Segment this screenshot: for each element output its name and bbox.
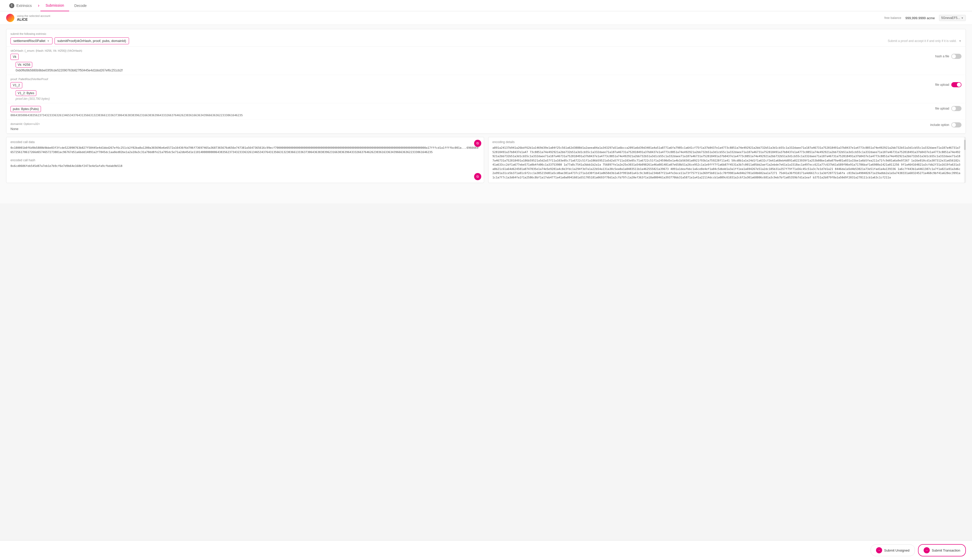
v1-2-bytes-label: V1_2: Bytes: [18, 92, 34, 95]
main-content: submit the following extrinsic settlemen…: [0, 25, 972, 203]
account-address-selector[interactable]: 5GrwvaEF5... ▼: [939, 15, 966, 21]
account-bar: using the selected account ALICE free ba…: [0, 11, 972, 25]
pubs-value: 0064385006438356237343233363261346534376…: [10, 113, 935, 117]
file-upload-toggle-container: file upload: [935, 82, 962, 87]
pallet-select[interactable]: settlementRisc0Pallet ▼: [10, 37, 52, 44]
proof-inner: V1_2: Bytes proof.bin (303,790 bytes): [16, 90, 50, 101]
hash-a-file-toggle[interactable]: [951, 54, 962, 59]
v1-2-bytes-select[interactable]: V1_2: Bytes: [16, 90, 37, 96]
pallet-label: settlementRisc0Pallet: [13, 39, 45, 43]
hash-a-file-label: hash a file: [935, 55, 949, 58]
method-select[interactable]: submitProof(vkOrHash, proof, pubs, domai…: [55, 37, 129, 44]
nav-decode-label: Decode: [74, 3, 87, 8]
file-upload-toggle[interactable]: [951, 82, 962, 87]
top-navigation: E Extrinsics › Submission Decode: [0, 0, 972, 11]
scrollbar-thumb[interactable]: [964, 140, 965, 150]
encoded-call-data-value: 0x180001b0f6d9b5880b9bbe03f3fcde52209076…: [10, 146, 480, 154]
free-balance-label: free balance: [884, 16, 901, 20]
param-vk-or-hash: vkOrHash: {_enum: {Hash: H256, Vk: H256}…: [7, 47, 965, 75]
method-hint: Submit a proof and accept it if and only…: [888, 39, 957, 43]
pubs-label-box: pubs: Bytes (Pubs): [10, 106, 41, 112]
extrinsic-header: submit the following extrinsic settlemen…: [7, 29, 965, 47]
include-option-container: include option: [930, 122, 962, 127]
pubs-file-upload-knob: [952, 107, 956, 110]
vk-h256-value: 0xb0f6d9b5880b9bbe03f3fcde522090763b827f…: [16, 68, 123, 72]
file-upload-knob: [957, 83, 961, 87]
pubs-label: pubs: Bytes (Pubs): [13, 107, 38, 111]
nav-extrinsics-label: Extrinsics: [17, 3, 32, 8]
account-left: using the selected account ALICE: [6, 14, 50, 22]
account-label: using the selected account: [17, 14, 50, 17]
encoding-details-title: encoding details: [492, 140, 962, 144]
account-name: ALICE: [17, 17, 50, 22]
chevron-down-icon: ▼: [961, 17, 964, 20]
nav-arrow: ›: [38, 3, 39, 8]
proof-select[interactable]: V1_2: [10, 82, 22, 88]
hash-a-file-toggle-container: hash a file: [935, 54, 962, 59]
proof-filename: proof.bin (303,790 bytes): [16, 97, 50, 101]
extrinsics-icon: E: [9, 3, 14, 8]
pubs-file-upload-label: file upload: [935, 107, 949, 110]
include-option-toggle[interactable]: [951, 122, 962, 127]
account-address-text: 5GrwvaEF5...: [941, 16, 960, 20]
pubs-file-upload-toggle[interactable]: [951, 106, 962, 111]
include-option-knob: [952, 123, 956, 127]
nav-submission-label: Submission: [45, 3, 64, 7]
vk-h256-label: Vk: H256: [18, 63, 30, 67]
domain-id-label: domainId: Option<u32>: [10, 122, 40, 125]
param-pubs: pubs: Bytes (Pubs) 006438500643835623734…: [7, 103, 965, 120]
extrinsic-selects: settlementRisc0Pallet ▼ submitProof(vkOr…: [10, 37, 962, 44]
hash-a-file-knob: [952, 54, 956, 58]
encoded-call-data-block: encoded call data 0x180001b0f6d9b5880b9b…: [6, 137, 484, 183]
vk-or-hash-label: vkOrHash: {_enum: {Hash: H256, Vk: H256}…: [10, 49, 962, 52]
nav-item-extrinsics[interactable]: E Extrinsics: [4, 0, 37, 11]
file-upload-label: file upload: [935, 83, 949, 87]
account-right: free balance 999,999.9999 acme 5GrwvaEF5…: [884, 15, 966, 21]
account-avatar: [6, 14, 14, 22]
copy-encoded-call-hash-button[interactable]: ⧉: [474, 173, 481, 180]
vk-or-hash-row: Vk Vk: H256 0xb0f6d9b5880b9bbe03f3fcde52…: [10, 54, 962, 72]
encoded-call-hash-value: 0x6cd0606feb545d87a7eb1e7b9cf6e7d9b64e16…: [10, 164, 480, 168]
encoded-call-hash-section: encoded call hash 0x6cd0606feb545d87a7eb…: [10, 158, 480, 168]
domain-id-row: domainId: Option<u32> None include optio…: [10, 122, 962, 131]
method-arrow-icon: ▼: [959, 39, 962, 42]
extrinsic-block: submit the following extrinsic settlemen…: [6, 29, 966, 134]
proof-label: proof: PalletRisc0VerifierProof: [10, 78, 962, 81]
method-label: submitProof(vkOrHash, proof, pubs, domai…: [57, 39, 126, 43]
free-balance-value: 999,999.9999 acme: [905, 16, 935, 20]
vk-or-hash-select[interactable]: Vk: [10, 54, 19, 60]
scrollbar-track: [964, 137, 965, 183]
vk-h256-select[interactable]: Vk: H256: [16, 62, 32, 68]
encoded-call-hash-title: encoded call hash: [10, 158, 480, 162]
pubs-row: pubs: Bytes (Pubs) 006438500643835623734…: [10, 106, 962, 117]
param-proof: proof: PalletRisc0VerifierProof V1_2 V1_…: [7, 75, 965, 103]
account-info: using the selected account ALICE: [17, 14, 50, 22]
vk-selected-label: Vk: [13, 55, 17, 58]
include-option-label: include option: [930, 123, 949, 127]
nav-item-decode[interactable]: Decode: [69, 0, 92, 11]
encoded-section: encoded call data 0x180001b0f6d9b5880b9b…: [6, 137, 966, 183]
vk-inner: Vk: H256 0xb0f6d9b5880b9bbe03f3fcde52209…: [16, 62, 123, 72]
pubs-file-upload-container: file upload: [935, 106, 962, 111]
nav-item-submission[interactable]: Submission: [40, 0, 69, 11]
encoded-call-data-title: encoded call data: [10, 140, 480, 144]
encoding-details-value: a891a24137b941a26bdf62b1a1469d39e1a04f25…: [492, 146, 962, 180]
extrinsic-label: submit the following extrinsic: [10, 32, 962, 35]
param-domain-id: domainId: Option<u32> None include optio…: [7, 120, 965, 133]
pallet-arrow-icon: ▼: [47, 39, 50, 42]
proof-selected-label: V1_2: [13, 83, 20, 87]
encoding-details-block: encoding details a891a24137b941a26bdf62b…: [488, 137, 966, 183]
domain-id-value: None: [10, 127, 40, 131]
copy-encoded-call-data-button[interactable]: ⧉: [474, 140, 481, 147]
proof-row: V1_2 V1_2: Bytes proof.bin (303,790 byte…: [10, 82, 962, 101]
